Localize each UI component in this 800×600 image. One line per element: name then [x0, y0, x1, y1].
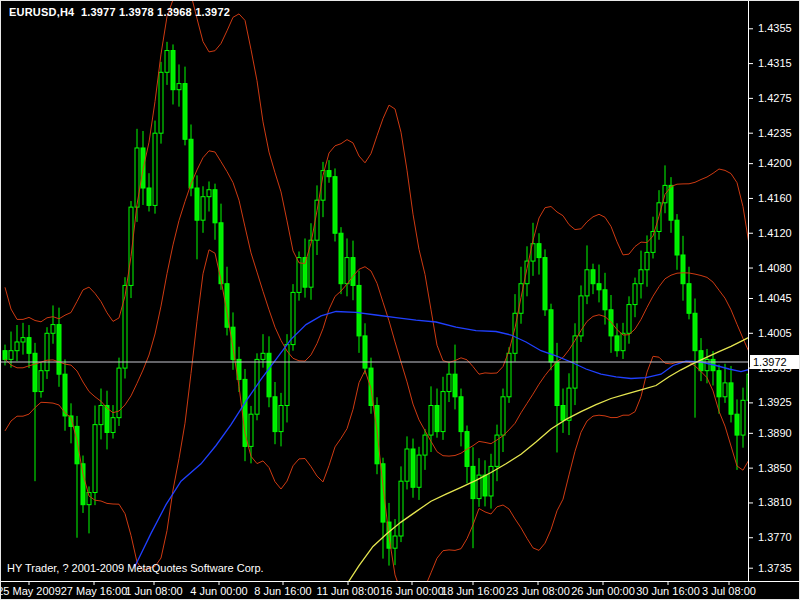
candle-body — [669, 185, 673, 220]
candle-body — [459, 397, 463, 432]
candle-body — [159, 72, 163, 133]
time-axis-label: 30 Jun 16:00 — [633, 585, 703, 597]
candle-body — [537, 244, 541, 258]
candle-body — [249, 414, 253, 446]
price-axis-label: 1.3925 — [758, 396, 800, 408]
time-axis-label: 11 Jun 08:00 — [313, 585, 383, 597]
candle-body — [63, 374, 67, 416]
candle-body — [267, 353, 271, 397]
time-axis-label: 26 Jun 00:00 — [568, 585, 638, 597]
candle-body — [675, 220, 679, 255]
time-axis-label: 3 Jul 08:00 — [694, 585, 764, 597]
candle-body — [15, 342, 19, 351]
price-axis-label: 1.3850 — [758, 462, 800, 474]
candle-body — [525, 261, 529, 284]
candle-body — [21, 338, 25, 342]
candle-body — [75, 426, 79, 463]
candle-body — [3, 351, 7, 360]
price-axis-label: 1.3770 — [758, 531, 800, 543]
candle-body — [393, 536, 397, 548]
candle-body — [417, 455, 421, 487]
candle-body — [681, 255, 685, 284]
candle-body — [285, 345, 289, 406]
candle-body — [351, 258, 355, 286]
candle-body — [741, 400, 745, 435]
candle-body — [705, 359, 709, 370]
candle-body — [555, 362, 559, 406]
price-axis-label: 1.4160 — [758, 192, 800, 204]
candle-body — [99, 406, 103, 425]
price-axis-label: 1.4355 — [758, 22, 800, 34]
price-axis-label: 1.4200 — [758, 157, 800, 169]
candle-body — [441, 392, 445, 432]
price-axis-label: 1.4005 — [758, 327, 800, 339]
candle-body — [435, 406, 439, 432]
price-axis-label: 1.4235 — [758, 127, 800, 139]
candle-body — [45, 333, 49, 370]
time-axis-label: 8 Jun 16:00 — [248, 585, 318, 597]
candle-body — [213, 190, 217, 223]
candle-body — [603, 290, 607, 310]
chart-title-ohlc: EURUSD,H4 1.3977 1.3978 1.3968 1.3972 — [9, 6, 230, 19]
candle-body — [597, 284, 601, 290]
time-axis-label: 16 Jun 00:00 — [377, 585, 447, 597]
candle-body — [147, 188, 151, 205]
candle-body — [165, 51, 169, 73]
candle-body — [345, 258, 349, 284]
bollinger-upper-band — [5, 1, 755, 374]
candle-body — [585, 270, 589, 296]
candle-body — [261, 353, 265, 359]
candle-body — [111, 418, 115, 433]
time-axis-label: 1 Jun 08:00 — [119, 585, 189, 597]
candle-body — [447, 374, 451, 391]
candle-body — [279, 406, 283, 432]
price-axis-label: 1.4080 — [758, 262, 800, 274]
candle-body — [561, 406, 565, 421]
price-axis-label: 1.3890 — [758, 427, 800, 439]
time-axis-label: 25 May 2009 — [0, 585, 64, 597]
candle-body — [687, 284, 691, 314]
candle-body — [327, 171, 331, 177]
price-axis-label: 1.4275 — [758, 92, 800, 104]
candle-body — [615, 336, 619, 351]
candle-body — [33, 353, 37, 391]
chart-canvas[interactable] — [1, 1, 800, 600]
candle-body — [273, 397, 277, 432]
candle-body — [39, 371, 43, 392]
candle-body — [429, 406, 433, 436]
candle-body — [399, 481, 403, 536]
time-axis-label: 4 Jun 00:00 — [184, 585, 254, 597]
candle-body — [207, 190, 211, 197]
candle-body — [591, 270, 595, 284]
candle-body — [639, 270, 643, 284]
candle-body — [81, 464, 85, 505]
candle-body — [183, 84, 187, 140]
copyright-label: HY Trader, ? 2001-2009 MetaQuotes Softwa… — [7, 562, 264, 575]
bollinger-lower-band — [5, 250, 755, 594]
price-axis-label: 1.3735 — [758, 562, 800, 574]
candle-body — [339, 233, 343, 283]
candle-body — [645, 252, 649, 269]
candle-body — [9, 351, 13, 360]
candle-body — [171, 51, 175, 90]
candle-body — [177, 84, 181, 90]
price-axis-label: 1.4120 — [758, 227, 800, 239]
candle-body — [543, 258, 547, 310]
candle-body — [723, 383, 727, 397]
candle-body — [717, 371, 721, 397]
candle-body — [411, 449, 415, 487]
ma-blue-line — [134, 312, 758, 569]
candle-body — [501, 397, 505, 435]
candle-body — [243, 379, 247, 446]
candle-body — [729, 383, 733, 414]
chart-window: EURUSD,H4 1.3977 1.3978 1.3968 1.3972 HY… — [0, 0, 800, 600]
candle-body — [735, 414, 739, 435]
plot-area[interactable] — [1, 1, 759, 600]
price-axis-label: 1.3810 — [758, 496, 800, 508]
candle-body — [357, 285, 361, 335]
price-axis-label: 1.4045 — [758, 292, 800, 304]
candle-body — [633, 284, 637, 305]
current-price-badge: 1.3972 — [750, 355, 800, 369]
candle-body — [627, 305, 631, 334]
candle-body — [453, 374, 457, 397]
